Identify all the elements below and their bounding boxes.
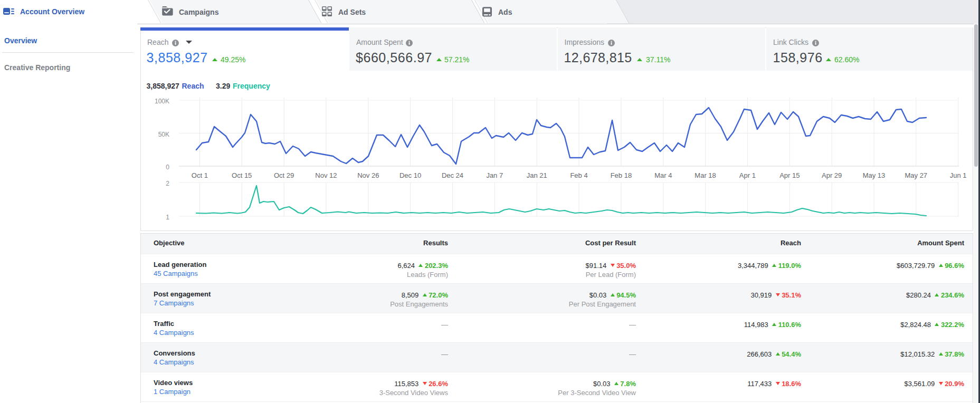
svg-text:Feb 18: Feb 18 (611, 171, 632, 179)
svg-text:Apr 15: Apr 15 (779, 171, 800, 179)
svg-text:Oct 29: Oct 29 (274, 171, 294, 179)
svg-text:Dec 24: Dec 24 (442, 171, 463, 179)
svg-text:May 13: May 13 (863, 171, 886, 179)
svg-text:Jun 1: Jun 1 (950, 171, 967, 179)
svg-text:0: 0 (166, 164, 169, 171)
svg-text:2: 2 (166, 180, 169, 187)
svg-text:May 27: May 27 (905, 171, 927, 179)
svg-text:Dec 10: Dec 10 (399, 171, 421, 179)
svg-text:Mar 4: Mar 4 (654, 171, 672, 179)
svg-text:1: 1 (166, 214, 169, 221)
svg-text:Oct 1: Oct 1 (192, 171, 208, 179)
svg-text:Jan 7: Jan 7 (486, 171, 503, 179)
svg-text:Nov 12: Nov 12 (315, 171, 337, 179)
svg-text:Nov 26: Nov 26 (357, 171, 379, 179)
svg-text:Feb 4: Feb 4 (570, 171, 587, 179)
svg-text:100K: 100K (155, 98, 169, 105)
svg-text:Jan 21: Jan 21 (527, 171, 547, 179)
svg-text:Apr 1: Apr 1 (739, 171, 756, 179)
svg-text:50K: 50K (158, 131, 169, 138)
svg-text:Mar 18: Mar 18 (694, 171, 716, 179)
svg-text:Oct 15: Oct 15 (232, 171, 252, 179)
svg-text:Apr 29: Apr 29 (822, 171, 842, 179)
